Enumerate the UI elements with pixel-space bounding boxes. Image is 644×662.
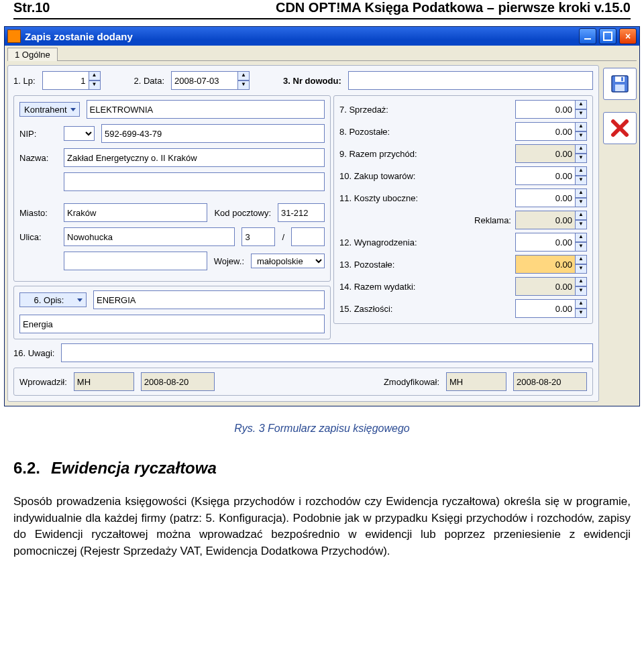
lp-spin-down[interactable]: ▼ xyxy=(89,80,101,90)
kod-input[interactable] xyxy=(278,203,325,222)
r13-down[interactable]: ▼ xyxy=(575,264,587,274)
r7-up[interactable]: ▲ xyxy=(575,100,587,109)
reklama-label: Reklama: xyxy=(339,215,511,225)
ulica-sep: / xyxy=(282,232,284,242)
cancel-button[interactable] xyxy=(603,112,637,144)
tab-bar: 1 Ogólne xyxy=(7,47,637,61)
miasto-input[interactable] xyxy=(64,203,207,222)
opis-input[interactable] xyxy=(93,290,325,309)
r14-up[interactable]: ▲ xyxy=(575,277,587,286)
lp-input[interactable] xyxy=(42,71,89,90)
ulica-label: Ulica: xyxy=(19,232,57,242)
r15-down[interactable]: ▼ xyxy=(575,309,587,318)
r14-down[interactable]: ▼ xyxy=(575,286,587,296)
uwagi-input[interactable] xyxy=(61,343,593,362)
r8-input[interactable] xyxy=(515,122,575,141)
r10-label: 10. Zakup towarów: xyxy=(339,171,511,181)
kontrahent-button[interactable]: Kontrahent xyxy=(19,102,80,117)
r12-up[interactable]: ▲ xyxy=(575,233,587,242)
page-header-right: CDN OPT!MA Księga Podatkowa – pierwsze k… xyxy=(276,0,631,15)
ulica-nr1-input[interactable] xyxy=(241,227,275,246)
r9-input xyxy=(515,144,575,163)
data-label: 2. Data: xyxy=(134,76,165,86)
wprowadzil-input xyxy=(74,372,134,391)
close-button[interactable]: × xyxy=(619,28,637,44)
reklama-input xyxy=(515,211,575,229)
zmodyfikowal-input xyxy=(446,372,506,391)
wojew-label: Wojew.: xyxy=(214,256,244,266)
r7-input[interactable] xyxy=(515,100,575,119)
zmodyfikowal-date xyxy=(513,372,587,391)
r8-down[interactable]: ▼ xyxy=(575,131,587,141)
svg-rect-3 xyxy=(621,77,623,81)
r7-label: 7. Sprzedaż: xyxy=(339,105,511,115)
nrdowodu-label: 3. Nr dowodu: xyxy=(283,76,341,86)
opis-button[interactable]: 6. Opis: xyxy=(19,292,87,307)
r10-up[interactable]: ▲ xyxy=(575,166,587,176)
r14-label: 14. Razem wydatki: xyxy=(339,282,511,292)
r9-label: 9. Razem przychód: xyxy=(339,149,511,159)
lp-spin-up[interactable]: ▲ xyxy=(89,71,101,80)
nazwa2-input[interactable] xyxy=(64,172,325,191)
nazwa-label: Nazwa: xyxy=(19,153,57,163)
r8-label: 8. Pozostałe: xyxy=(339,127,511,137)
wprowadzil-label: Wprowadził: xyxy=(19,377,67,387)
maximize-button[interactable] xyxy=(599,28,616,44)
r7-down[interactable]: ▼ xyxy=(575,109,587,119)
rek-down[interactable]: ▼ xyxy=(575,220,587,229)
r10-input[interactable] xyxy=(515,166,575,185)
r12-down[interactable]: ▼ xyxy=(575,242,587,252)
nip-country-select[interactable] xyxy=(64,126,95,141)
save-button[interactable] xyxy=(603,68,637,100)
r11-down[interactable]: ▼ xyxy=(575,198,587,207)
r15-label: 15. Zaszłości: xyxy=(339,304,511,314)
kod-label: Kod pocztowy: xyxy=(214,208,271,218)
zmodyfikowal-label: Zmodyfikował: xyxy=(384,377,439,387)
r9-down[interactable]: ▼ xyxy=(575,154,587,163)
cancel-x-icon xyxy=(609,117,631,139)
data-spin-up[interactable]: ▲ xyxy=(237,71,250,80)
r13-label: 13. Pozostałe: xyxy=(339,260,511,270)
r12-label: 12. Wynagrodzenia: xyxy=(339,237,511,247)
ulica-input[interactable] xyxy=(64,227,235,246)
nip-label: NIP: xyxy=(19,129,57,139)
opis2-input[interactable] xyxy=(19,315,325,333)
r13-input[interactable] xyxy=(515,255,575,274)
nip-input[interactable] xyxy=(101,124,325,143)
r11-up[interactable]: ▲ xyxy=(575,188,587,198)
svg-rect-2 xyxy=(615,85,625,91)
header-rule xyxy=(13,18,631,19)
r10-down[interactable]: ▼ xyxy=(575,176,587,185)
minimize-button[interactable] xyxy=(579,28,596,44)
tab-ogolne[interactable]: 1 Ogólne xyxy=(7,48,58,61)
nrdowodu-input[interactable] xyxy=(348,71,593,90)
r9-up[interactable]: ▲ xyxy=(575,144,587,154)
wojew-select[interactable]: małopolskie xyxy=(251,254,325,268)
r13-up[interactable]: ▲ xyxy=(575,255,587,264)
data-input[interactable] xyxy=(171,71,237,90)
figure-caption: Rys. 3 Formularz zapisu księgowego xyxy=(0,423,644,435)
miasto-label: Miasto: xyxy=(19,208,57,218)
floppy-disk-icon xyxy=(609,73,631,95)
section-title: 6.2.Ewidencja ryczałtowa xyxy=(0,459,644,478)
section-body: Sposób prowadzenia księgowości (Księga p… xyxy=(0,494,644,560)
kontrahent-input[interactable] xyxy=(87,100,325,119)
ulica-extra-input[interactable] xyxy=(64,252,207,270)
page-header-left: Str.10 xyxy=(13,0,50,15)
r11-input[interactable] xyxy=(515,188,575,207)
app-icon xyxy=(7,30,21,43)
nazwa1-input[interactable] xyxy=(64,148,325,167)
r15-up[interactable]: ▲ xyxy=(575,299,587,309)
data-spin-down[interactable]: ▼ xyxy=(237,80,250,90)
lp-label: 1. Lp: xyxy=(13,76,36,86)
r12-input[interactable] xyxy=(515,233,575,252)
r11-label: 11. Koszty uboczne: xyxy=(339,193,511,203)
dialog-window: Zapis zostanie dodany × 1 Ogólne 1. Lp: … xyxy=(4,26,640,406)
ulica-nr2-input[interactable] xyxy=(291,227,325,246)
rek-up[interactable]: ▲ xyxy=(575,211,587,220)
r8-up[interactable]: ▲ xyxy=(575,122,587,131)
titlebar: Zapis zostanie dodany × xyxy=(5,27,639,46)
window-title: Zapis zostanie dodany xyxy=(25,31,133,42)
section-number: 6.2. xyxy=(13,459,40,477)
r15-input[interactable] xyxy=(515,299,575,318)
